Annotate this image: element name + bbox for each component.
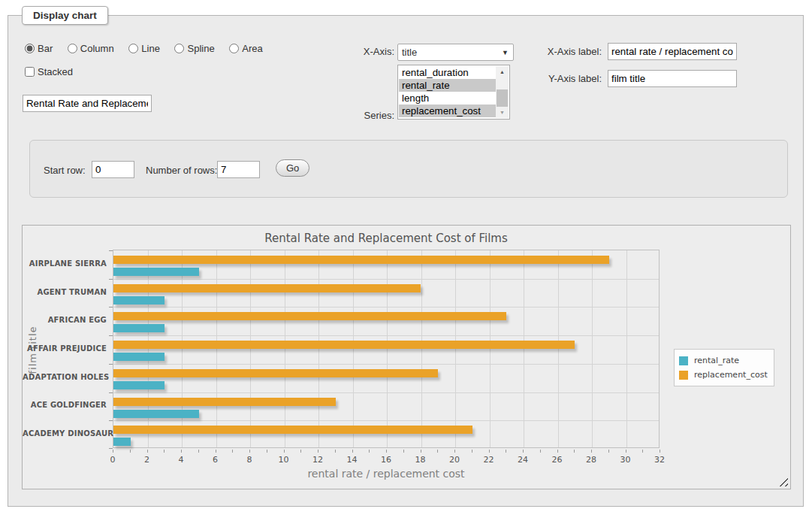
bar-replacement_cost <box>113 341 575 349</box>
y-axis-label-caption: Y-Axis label: <box>527 73 602 84</box>
chart-title-input[interactable] <box>23 95 152 112</box>
x-tick-label: 2 <box>144 455 149 465</box>
bar-replacement_cost <box>113 398 336 406</box>
y-axis-tick <box>109 448 113 449</box>
series-listbox[interactable]: rental_durationrental_ratelengthreplacem… <box>397 65 510 120</box>
x-tick-label: 10 <box>279 455 289 465</box>
x-axis-selected-value: title <box>402 47 417 58</box>
x-tick-label: 18 <box>415 455 426 465</box>
x-axis-tick <box>164 450 165 453</box>
scroll-up-icon[interactable]: ▲ <box>496 66 509 77</box>
category-label: AGENT TRUMAN <box>23 288 107 296</box>
chart-type-radios: Bar Column Line Spline Area <box>25 43 275 54</box>
radio-column[interactable]: Column <box>68 43 114 54</box>
x-axis-tick <box>472 450 472 453</box>
display-chart-panel: Display chart Bar Column Line Spline Are… <box>8 15 804 507</box>
bar-rental_rate <box>113 353 165 361</box>
x-tick-label: 20 <box>449 455 460 465</box>
radio-bar[interactable]: Bar <box>25 43 53 54</box>
x-axis-tick <box>626 450 626 453</box>
row-range-box: Start row: Number of rows: Go <box>29 140 788 198</box>
y-axis-tick <box>109 250 113 251</box>
x-axis-tick <box>318 450 318 453</box>
x-axis-tick <box>267 450 267 453</box>
x-axis-tick <box>130 450 131 453</box>
panel-legend: Display chart <box>22 6 108 25</box>
x-axis-tick <box>608 450 609 453</box>
chart-x-axis-title: rental rate / replacement cost <box>113 468 660 480</box>
select-dropdown-arrow-icon: ▼ <box>502 49 509 56</box>
bar-rental_rate <box>113 381 165 389</box>
category-label: AFRICAN EGG <box>23 316 107 324</box>
category-label: ADAPTATION HOLES <box>23 373 107 381</box>
x-tick-label: 22 <box>484 455 494 465</box>
x-axis-tick <box>147 450 148 453</box>
series-option[interactable]: replacement_cost <box>399 105 496 117</box>
x-axis-tick <box>181 450 182 453</box>
x-axis-tick <box>403 450 404 453</box>
x-tick-label: 6 <box>213 455 218 465</box>
y-axis-tick <box>109 335 113 336</box>
legend-item: replacement_cost <box>679 368 768 382</box>
bar-rental_rate <box>113 324 165 332</box>
legend-label: replacement_cost <box>694 370 768 380</box>
bar-replacement_cost <box>113 256 609 264</box>
chart-legend: rental_ratereplacement_cost <box>674 349 774 386</box>
x-axis-tick <box>198 450 199 453</box>
bar-replacement_cost <box>113 312 506 320</box>
plot-area <box>113 250 660 448</box>
x-tick-label: 14 <box>347 455 358 465</box>
series-listbox-label: Series: <box>354 110 394 121</box>
start-row-input[interactable] <box>92 161 134 178</box>
resize-handle-icon[interactable] <box>779 477 788 486</box>
gridline-horizontal <box>113 279 659 280</box>
bar-rental_rate <box>113 296 165 304</box>
x-axis-tick <box>369 450 370 453</box>
stacked-checkbox[interactable] <box>25 67 35 77</box>
y-axis-tick <box>109 392 113 393</box>
num-rows-input[interactable] <box>217 161 260 178</box>
x-axis-tick <box>540 450 541 453</box>
x-axis-tick <box>352 450 353 453</box>
bar-replacement_cost <box>113 369 438 377</box>
x-axis-label-input[interactable] <box>608 43 737 60</box>
x-axis-tick <box>232 450 233 453</box>
x-tick-label: 12 <box>312 455 323 465</box>
x-axis-tick <box>335 450 336 453</box>
y-axis-tick <box>109 307 113 308</box>
radio-bar-input[interactable] <box>25 44 35 53</box>
x-axis-select[interactable]: title ▼ <box>397 44 514 61</box>
go-button[interactable]: Go <box>276 159 309 177</box>
listbox-scrollbar[interactable]: ▲ ▼ <box>496 66 509 118</box>
radio-column-input[interactable] <box>68 44 77 53</box>
bar-rental_rate <box>113 268 199 276</box>
radio-line[interactable]: Line <box>128 43 160 54</box>
radio-spline[interactable]: Spline <box>174 43 214 54</box>
gridline-horizontal <box>113 307 659 308</box>
stacked-checkbox-label[interactable]: Stacked <box>25 66 73 77</box>
x-axis-tick <box>300 450 301 453</box>
bar-rental_rate <box>113 438 131 446</box>
x-axis-tick <box>216 450 216 453</box>
series-option[interactable]: length <box>399 92 496 105</box>
x-tick-label: 24 <box>518 455 528 465</box>
legend-label: rental_rate <box>694 356 739 365</box>
scrollbar-thumb[interactable] <box>497 89 508 107</box>
x-axis-tick <box>591 450 592 453</box>
series-option[interactable]: rental_rate <box>399 79 496 92</box>
x-tick-label: 32 <box>654 455 665 465</box>
radio-area-input[interactable] <box>229 44 239 53</box>
x-axis-tick <box>421 450 421 453</box>
y-axis-tick <box>109 279 113 280</box>
y-axis-label-input[interactable] <box>608 70 737 87</box>
radio-line-input[interactable] <box>128 44 138 53</box>
radio-spline-input[interactable] <box>174 44 184 53</box>
scroll-down-icon[interactable]: ▼ <box>496 107 509 118</box>
x-axis-tick <box>437 450 438 453</box>
x-axis-label-caption: X-Axis label: <box>527 46 602 57</box>
x-tick-label: 4 <box>179 455 184 465</box>
category-label: AIRPLANE SIERRA <box>23 259 107 268</box>
series-option[interactable]: rental_duration <box>399 66 496 79</box>
radio-area[interactable]: Area <box>229 43 262 54</box>
x-axis-tick <box>557 450 558 453</box>
